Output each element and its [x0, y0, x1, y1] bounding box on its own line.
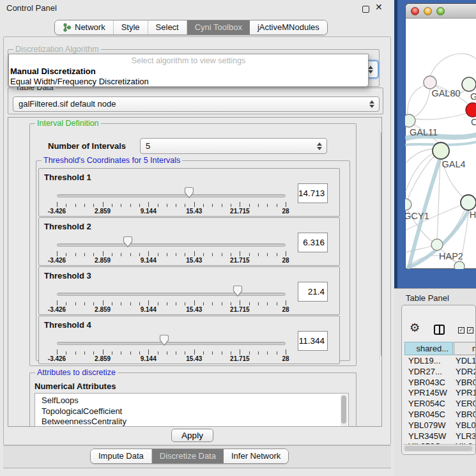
numerical-attributes-label: Numerical Attributes: [35, 381, 116, 391]
network-window-titlebar[interactable]: [406, 4, 476, 19]
cell-name[interactable]: YLR3: [455, 431, 476, 442]
tab-discretize-data[interactable]: Discretize Data: [152, 449, 224, 463]
scrollbar-thumb[interactable]: [404, 446, 472, 451]
cell-name[interactable]: YER0: [455, 399, 476, 410]
tab-cyni-toolbox[interactable]: Cyni Toolbox: [187, 20, 250, 35]
slider-scale-labels: -3.4262.8599.14415.4321.71528: [57, 257, 286, 265]
cell-shared-name[interactable]: YDL19...: [404, 356, 455, 367]
horizontal-scrollbar[interactable]: [403, 444, 475, 452]
threshold-value-field[interactable]: 14.713: [298, 183, 328, 203]
table-row[interactable]: YBL079WYBL0: [404, 420, 476, 431]
network-canvas[interactable]: GAL80GACGAL11GAL4GCY1HHAP2: [405, 18, 476, 269]
threshold-value-field[interactable]: 6.316: [298, 233, 328, 252]
cell-shared-name[interactable]: YBR043C: [404, 378, 455, 388]
cell-shared-name[interactable]: YBR045C: [404, 410, 455, 420]
slider-thumb[interactable]: [238, 285, 247, 298]
slider-thumb[interactable]: [128, 236, 137, 249]
network-node[interactable]: [433, 142, 449, 159]
float-window-icon[interactable]: [362, 6, 369, 13]
cell-name[interactable]: YBL0: [455, 420, 476, 431]
tab-impute-data[interactable]: Impute Data: [91, 449, 152, 463]
list-scrollbar[interactable]: [341, 394, 348, 426]
network-node[interactable]: [466, 103, 476, 117]
table-data-select[interactable]: galFiltered.sif default node: [13, 96, 380, 112]
network-node[interactable]: [461, 195, 476, 210]
node-label: GAL4: [441, 159, 465, 169]
close-traffic-light-icon[interactable]: [411, 7, 419, 15]
tick-mark: [148, 300, 149, 305]
cell-name[interactable]: YDR2: [455, 367, 476, 378]
scale-label: 15.43: [186, 257, 202, 264]
slider-thumb[interactable]: [164, 334, 174, 347]
scale-label: 15.43: [186, 355, 202, 362]
tick-mark: [167, 204, 167, 207]
checkbox-icon[interactable]: ✓: [458, 327, 464, 334]
tab-style[interactable]: Style: [114, 20, 148, 35]
network-node[interactable]: [431, 239, 443, 250]
slider-thumb[interactable]: [189, 187, 199, 199]
scale-label: 21.715: [230, 208, 250, 215]
tab-label: Impute Data: [98, 449, 144, 463]
tab-select[interactable]: Select: [148, 20, 187, 35]
tick-mark: [267, 253, 268, 256]
scale-label: -3.426: [48, 306, 66, 313]
dropdown-option-manual-discretization[interactable]: Manual Discretization: [9, 66, 368, 77]
dropdown-option-equal-width-frequency[interactable]: Equal Width/Frequency Discretization: [9, 77, 368, 87]
table-row[interactable]: YDR27...YDR2: [404, 367, 476, 378]
tick-mark: [185, 302, 185, 305]
minimize-traffic-light-icon[interactable]: [424, 7, 432, 15]
number-of-intervals-select[interactable]: 5: [140, 138, 327, 154]
cell-shared-name[interactable]: YBL079W: [404, 420, 455, 431]
table-row[interactable]: YBR045CYBR0: [404, 410, 476, 420]
cell-shared-name[interactable]: YDR27...: [404, 367, 455, 378]
close-icon[interactable]: ✕: [375, 2, 383, 12]
screenshot-root: Control Panel ✕ Network Style Select Cyn…: [0, 0, 476, 476]
network-node[interactable]: [424, 76, 436, 89]
dropdown-prompt: Select algorithm to view settings: [9, 54, 368, 65]
attribute-list-item[interactable]: TopologicalCoefficient: [35, 406, 348, 417]
attribute-list-item[interactable]: SelfLoops: [35, 395, 348, 406]
tick-mark: [103, 300, 104, 305]
cell-name[interactable]: YBR0: [455, 378, 476, 388]
scale-label: 28: [282, 208, 289, 215]
tick-mark: [258, 302, 259, 305]
table-row[interactable]: YLR345WYLR3: [404, 431, 476, 442]
checkbox-icon[interactable]: ✓: [467, 327, 473, 334]
cell-name[interactable]: YDL1: [455, 356, 476, 367]
tab-infer-network[interactable]: Infer Network: [224, 449, 288, 463]
network-node[interactable]: [462, 77, 476, 91]
column-header-shared-name[interactable]: shared...: [404, 342, 453, 355]
cell-shared-name[interactable]: YLR345W: [404, 431, 455, 442]
threshold-value-field[interactable]: 11.344: [298, 331, 328, 351]
attribute-list-item[interactable]: BetweennessCentrality: [35, 417, 348, 427]
tick-mark: [139, 302, 140, 305]
table-row[interactable]: YDL19...YDL1: [404, 356, 476, 367]
zoom-traffic-light-icon[interactable]: [436, 7, 445, 15]
table-row[interactable]: YER054CYER0: [404, 399, 476, 410]
cell-shared-name[interactable]: YPR145W: [404, 388, 455, 399]
scrollbar-thumb[interactable]: [381, 130, 382, 358]
threshold-value-field[interactable]: 21.4: [298, 282, 328, 302]
apply-button[interactable]: Apply: [171, 429, 213, 442]
cell-name[interactable]: YPR1: [455, 388, 476, 399]
table-row[interactable]: YBR043CYBR0: [404, 378, 476, 388]
tab-jactivemnodules[interactable]: jActiveMNodules: [250, 20, 327, 35]
numerical-attributes-list[interactable]: SelfLoopsTopologicalCoefficientBetweenne…: [35, 393, 349, 427]
network-node[interactable]: [405, 199, 411, 210]
tab-network[interactable]: Network: [55, 20, 114, 35]
vertical-scrollbar[interactable]: [380, 129, 382, 360]
cell-shared-name[interactable]: YER054C: [404, 399, 455, 410]
settings-gear-icon[interactable]: ⚙: [410, 321, 420, 334]
tab-label: Style: [121, 20, 140, 35]
split-columns-icon[interactable]: [434, 325, 445, 335]
tick-mark: [212, 204, 213, 207]
network-node[interactable]: [405, 114, 415, 127]
tick-mark: [277, 351, 277, 355]
network-node[interactable]: [454, 261, 464, 269]
column-header-name[interactable]: n: [454, 342, 476, 355]
tick-mark: [176, 204, 176, 207]
scrollbar-thumb[interactable]: [341, 395, 346, 424]
tick-mark: [203, 204, 204, 207]
table-row[interactable]: YPR145WYPR1: [404, 388, 476, 399]
cell-name[interactable]: YBR0: [455, 410, 476, 420]
